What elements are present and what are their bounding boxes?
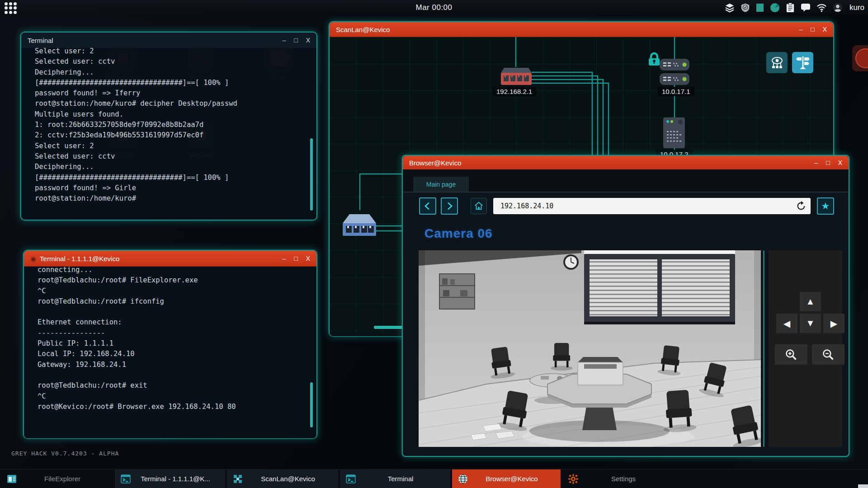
maximize-button[interactable]: □ bbox=[826, 160, 830, 166]
back-button[interactable] bbox=[419, 197, 436, 215]
window-title: ScanLan@Kevico bbox=[336, 26, 390, 33]
top-bar: Mar 00:00 bbox=[0, 0, 868, 15]
camera-up-button[interactable]: ▲ bbox=[800, 292, 821, 311]
globe-icon bbox=[458, 474, 468, 484]
camera-down-button[interactable]: ▼ bbox=[800, 314, 821, 333]
taskbar-item-fileexplorer[interactable]: FileExplorer bbox=[1, 469, 113, 488]
taskbar-item-browser[interactable]: Browser@Kevico bbox=[452, 469, 561, 488]
browser-titlebar[interactable]: Browser@Kevico – □ X bbox=[403, 156, 849, 170]
shield-check-icon[interactable] bbox=[741, 3, 750, 13]
route-tool-button[interactable] bbox=[792, 52, 813, 73]
terminal-line: Public IP: 1.1.1.1 bbox=[38, 338, 305, 349]
terminal-line: Select user: 2 bbox=[35, 141, 305, 151]
clipboard-icon[interactable] bbox=[786, 3, 795, 13]
user-avatar-icon[interactable] bbox=[833, 3, 843, 13]
terminal-line: root@Tedblachu:/root# FileExplorer.exe bbox=[38, 275, 305, 286]
terminal-line: 2: cctv:f25b3eda19b496b5531619997d57ec0f bbox=[35, 130, 305, 141]
map-icon bbox=[852, 45, 868, 71]
desktop-icon-partial[interactable] bbox=[846, 45, 868, 71]
system-tray: kuro bbox=[725, 0, 864, 15]
zoom-out-button[interactable] bbox=[812, 344, 844, 365]
username-label[interactable]: kuro bbox=[849, 3, 864, 12]
minimize-button[interactable]: – bbox=[799, 26, 802, 33]
minimize-button[interactable]: – bbox=[282, 37, 286, 43]
game-version-text: GREY HACK V0.7.4203 - ALPHA bbox=[11, 450, 119, 457]
close-button[interactable]: X bbox=[306, 37, 310, 43]
terminal-output[interactable]: Select user: 2Selected user: cctvDeciphe… bbox=[21, 48, 316, 220]
taskbar-corner bbox=[858, 484, 868, 488]
zoom-in-button[interactable] bbox=[775, 344, 807, 365]
terminal-line: root@Kevico:/root# Browser.exe 192.168.2… bbox=[38, 402, 305, 412]
resource-pie-icon[interactable] bbox=[770, 3, 780, 13]
app-launcher-icon[interactable] bbox=[5, 2, 17, 14]
home-icon bbox=[474, 201, 484, 211]
taskbar-label: Terminal - 1.1.1.1@K... bbox=[131, 475, 225, 483]
url-bar[interactable] bbox=[493, 198, 811, 214]
terminal-output[interactable]: connecting...root@Tedblachu:/root# FileE… bbox=[24, 267, 316, 438]
terminal-line bbox=[38, 307, 305, 317]
terminal-line: Selected user: cctv bbox=[35, 56, 305, 67]
scanlan-titlebar[interactable]: ScanLan@Kevico – □ X bbox=[330, 22, 833, 37]
bookmark-button[interactable]: ★ bbox=[817, 197, 834, 215]
terminal-line: ---------------- bbox=[38, 328, 305, 338]
terminal-scrollbar[interactable] bbox=[310, 138, 313, 211]
close-button[interactable]: X bbox=[823, 26, 827, 33]
window-title: Terminal bbox=[28, 37, 53, 44]
switch-icon bbox=[343, 211, 376, 239]
browser-window[interactable]: Browser@Kevico – □ X Main page bbox=[402, 155, 849, 457]
url-input[interactable] bbox=[500, 202, 796, 211]
node-server[interactable] bbox=[663, 117, 685, 150]
node-router[interactable] bbox=[501, 67, 532, 89]
terminal-line: Multiple users found. bbox=[35, 109, 305, 120]
arrow-left-icon: ◀ bbox=[783, 318, 790, 329]
maximize-button[interactable]: □ bbox=[294, 37, 297, 43]
minimize-button[interactable]: – bbox=[814, 160, 818, 166]
maximize-button[interactable]: □ bbox=[294, 255, 297, 262]
refresh-icon[interactable] bbox=[796, 201, 806, 211]
maximize-button[interactable]: □ bbox=[811, 26, 814, 33]
magnifier-plus-icon bbox=[785, 348, 797, 361]
wifi-icon[interactable] bbox=[816, 3, 827, 12]
node-gateway[interactable] bbox=[660, 59, 689, 87]
taskbar-item-remote-terminal[interactable]: Terminal - 1.1.1.1@K... bbox=[115, 469, 225, 488]
terminal-line: ^C bbox=[38, 391, 305, 402]
home-button[interactable] bbox=[471, 198, 487, 214]
taskbar-item-settings[interactable]: Settings bbox=[562, 469, 674, 488]
camera-right-button[interactable]: ▶ bbox=[823, 314, 844, 333]
layers-icon[interactable] bbox=[725, 3, 735, 13]
taskbar-item-terminal[interactable]: Terminal bbox=[340, 469, 450, 488]
browser-tab[interactable]: Main page bbox=[413, 177, 469, 192]
terminal-icon bbox=[120, 474, 131, 484]
terminal-line: connecting... bbox=[38, 267, 305, 275]
taskbar-label: FileExplorer bbox=[17, 475, 113, 483]
close-button[interactable]: X bbox=[306, 255, 310, 262]
minimize-button[interactable]: – bbox=[282, 255, 286, 262]
taskbar: FileExplorer Terminal - 1.1.1.1@K... bbox=[0, 469, 868, 488]
camera-left-button[interactable]: ◀ bbox=[776, 314, 797, 333]
star-icon: ★ bbox=[821, 201, 830, 211]
terminal-line: Deciphering... bbox=[35, 162, 305, 172]
terminal-line: [##################################]==[ … bbox=[35, 173, 305, 183]
status-square-icon[interactable] bbox=[756, 3, 764, 12]
node-label-router: 192.168.2.1 bbox=[492, 87, 536, 96]
chat-icon[interactable] bbox=[801, 3, 811, 12]
terminal-line: root@station:/home/kuro# decipher Deskto… bbox=[35, 99, 305, 109]
remote-terminal-titlebar[interactable]: ◉ Terminal - 1.1.1.1@Kevico – □ X bbox=[24, 251, 316, 267]
terminal-line: ^C bbox=[38, 286, 305, 296]
page-scrollbar[interactable] bbox=[763, 250, 764, 447]
terminal-icon bbox=[345, 474, 356, 484]
taskbar-item-scanlan[interactable]: ScanLan@Kevico bbox=[227, 469, 338, 488]
node-switch[interactable] bbox=[343, 211, 376, 240]
terminal-window[interactable]: Terminal – □ X Select user: 2Selected us… bbox=[20, 32, 317, 221]
desktop-screen: ▤ FileExplorer >_ Terminal Map ▦ Gift.tx… bbox=[0, 0, 868, 488]
remote-terminal-window[interactable]: ◉ Terminal - 1.1.1.1@Kevico – □ X connec… bbox=[23, 250, 317, 439]
close-button[interactable]: X bbox=[838, 160, 842, 166]
terminal-titlebar[interactable]: Terminal – □ X bbox=[21, 33, 316, 48]
gear-icon bbox=[568, 474, 579, 484]
scan-tool-button[interactable] bbox=[766, 52, 788, 73]
forward-button[interactable] bbox=[441, 197, 458, 215]
camera-scene bbox=[419, 250, 761, 447]
terminal-line: Local IP: 192.168.24.10 bbox=[38, 349, 305, 359]
browser-navbar: ★ bbox=[403, 192, 849, 220]
terminal-scrollbar[interactable] bbox=[310, 382, 313, 427]
